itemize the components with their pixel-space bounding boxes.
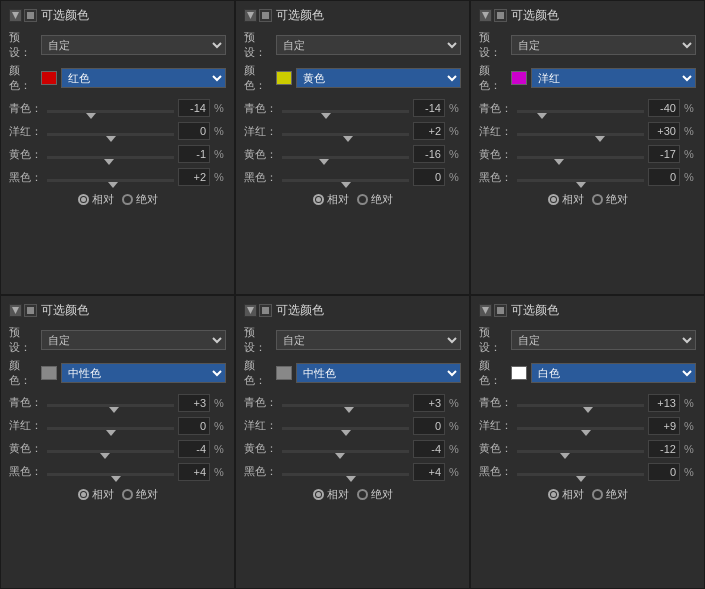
preset-select[interactable]: 自定 xyxy=(41,35,226,55)
slider-track[interactable] xyxy=(282,110,409,113)
radio-绝对[interactable]: 绝对 xyxy=(592,192,628,207)
visibility-icon[interactable] xyxy=(479,9,492,22)
radio-绝对[interactable]: 绝对 xyxy=(357,487,393,502)
channel-value-input[interactable] xyxy=(648,168,680,186)
slider-track[interactable] xyxy=(282,427,409,430)
preset-select[interactable]: 自定 xyxy=(511,35,696,55)
radio-绝对[interactable]: 绝对 xyxy=(357,192,393,207)
slider-track[interactable] xyxy=(517,133,644,136)
channel-value-input[interactable] xyxy=(178,417,210,435)
channel-value-input[interactable] xyxy=(178,168,210,186)
visibility-icon[interactable] xyxy=(244,9,257,22)
channel-label: 黑色： xyxy=(9,170,43,185)
channel-label: 黄色： xyxy=(9,147,43,162)
layer-icon[interactable] xyxy=(24,9,37,22)
preset-select[interactable]: 自定 xyxy=(41,330,226,350)
preset-label: 预设： xyxy=(9,325,37,355)
color-select[interactable]: 洋红 xyxy=(531,68,696,88)
slider-track[interactable] xyxy=(47,450,174,453)
slider-thumb xyxy=(343,136,353,142)
channel-value-input[interactable] xyxy=(178,99,210,117)
color-select[interactable]: 中性色 xyxy=(61,363,226,383)
preset-select[interactable]: 自定 xyxy=(511,330,696,350)
channel-value-input[interactable] xyxy=(648,145,680,163)
radio-相对[interactable]: 相对 xyxy=(313,487,349,502)
slider-thumb xyxy=(560,453,570,459)
color-select[interactable]: 白色 xyxy=(531,363,696,383)
channel-value-input[interactable] xyxy=(648,122,680,140)
slider-track[interactable] xyxy=(282,179,409,182)
radio-相对[interactable]: 相对 xyxy=(78,487,114,502)
channel-value-input[interactable] xyxy=(178,463,210,481)
slider-track[interactable] xyxy=(47,404,174,407)
channel-value-input[interactable] xyxy=(413,145,445,163)
channel-value-input[interactable] xyxy=(413,99,445,117)
radio-绝对[interactable]: 绝对 xyxy=(122,192,158,207)
channel-value-input[interactable] xyxy=(648,394,680,412)
channel-value-input[interactable] xyxy=(413,122,445,140)
channel-value-input[interactable] xyxy=(413,440,445,458)
slider-track[interactable] xyxy=(47,156,174,159)
slider-track[interactable] xyxy=(517,110,644,113)
radio-相对[interactable]: 相对 xyxy=(548,192,584,207)
channel-value-input[interactable] xyxy=(648,99,680,117)
layer-icon[interactable] xyxy=(494,9,507,22)
slider-track[interactable] xyxy=(47,473,174,476)
slider-track[interactable] xyxy=(47,427,174,430)
visibility-icon[interactable] xyxy=(244,304,257,317)
channel-value-input[interactable] xyxy=(178,145,210,163)
layer-icon[interactable] xyxy=(494,304,507,317)
radio-相对[interactable]: 相对 xyxy=(78,192,114,207)
channel-value-input[interactable] xyxy=(413,394,445,412)
slider-track[interactable] xyxy=(282,156,409,159)
channel-value-input[interactable] xyxy=(413,168,445,186)
visibility-icon[interactable] xyxy=(9,304,22,317)
channel-value-input[interactable] xyxy=(178,440,210,458)
color-select[interactable]: 黄色 xyxy=(296,68,461,88)
slider-track[interactable] xyxy=(282,133,409,136)
layer-icon[interactable] xyxy=(259,304,272,317)
visibility-icon[interactable] xyxy=(479,304,492,317)
panel-title-bar: 可选颜色 xyxy=(244,7,461,24)
main-grid: 可选颜色预设：自定颜色：红色青色：%洋红：%黄色：%黑色：%相对绝对可选颜色预设… xyxy=(0,0,705,589)
radio-label: 相对 xyxy=(562,487,584,502)
radio-绝对[interactable]: 绝对 xyxy=(592,487,628,502)
slider-thumb xyxy=(100,453,110,459)
channel-value-input[interactable] xyxy=(648,463,680,481)
visibility-icon[interactable] xyxy=(9,9,22,22)
channel-value-input[interactable] xyxy=(413,463,445,481)
channel-value-input[interactable] xyxy=(648,440,680,458)
slider-track[interactable] xyxy=(517,427,644,430)
radio-相对[interactable]: 相对 xyxy=(548,487,584,502)
slider-track[interactable] xyxy=(282,473,409,476)
layer-icon[interactable] xyxy=(259,9,272,22)
slider-track[interactable] xyxy=(47,110,174,113)
radio-circle xyxy=(592,489,603,500)
slider-track[interactable] xyxy=(517,450,644,453)
slider-track[interactable] xyxy=(282,450,409,453)
preset-label: 预设： xyxy=(9,30,37,60)
slider-track[interactable] xyxy=(47,179,174,182)
svg-marker-6 xyxy=(12,307,19,314)
layer-icon[interactable] xyxy=(24,304,37,317)
channel-row-0: 青色：% xyxy=(244,394,461,412)
color-select[interactable]: 红色 xyxy=(61,68,226,88)
slider-track[interactable] xyxy=(517,179,644,182)
channel-value-input[interactable] xyxy=(648,417,680,435)
radio-相对[interactable]: 相对 xyxy=(313,192,349,207)
slider-track[interactable] xyxy=(282,404,409,407)
channel-value-input[interactable] xyxy=(178,122,210,140)
slider-track[interactable] xyxy=(517,473,644,476)
preset-select[interactable]: 自定 xyxy=(276,35,461,55)
channel-value-input[interactable] xyxy=(178,394,210,412)
color-select[interactable]: 中性色 xyxy=(296,363,461,383)
channel-value-input[interactable] xyxy=(413,417,445,435)
slider-track[interactable] xyxy=(517,156,644,159)
slider-track[interactable] xyxy=(517,404,644,407)
preset-select[interactable]: 自定 xyxy=(276,330,461,350)
slider-track[interactable] xyxy=(47,133,174,136)
panel-title-bar: 可选颜色 xyxy=(244,302,461,319)
panel-title-bar: 可选颜色 xyxy=(479,7,696,24)
radio-绝对[interactable]: 绝对 xyxy=(122,487,158,502)
radio-circle xyxy=(357,489,368,500)
